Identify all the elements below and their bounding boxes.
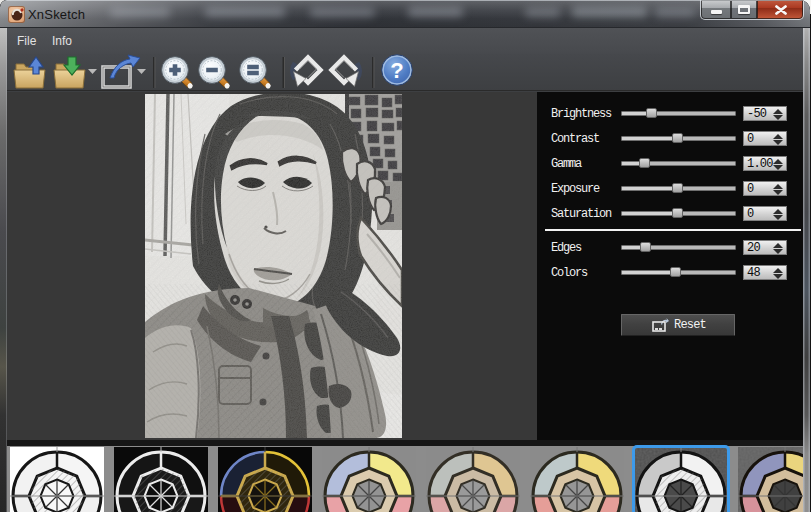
svg-text:?: ? <box>390 58 403 83</box>
